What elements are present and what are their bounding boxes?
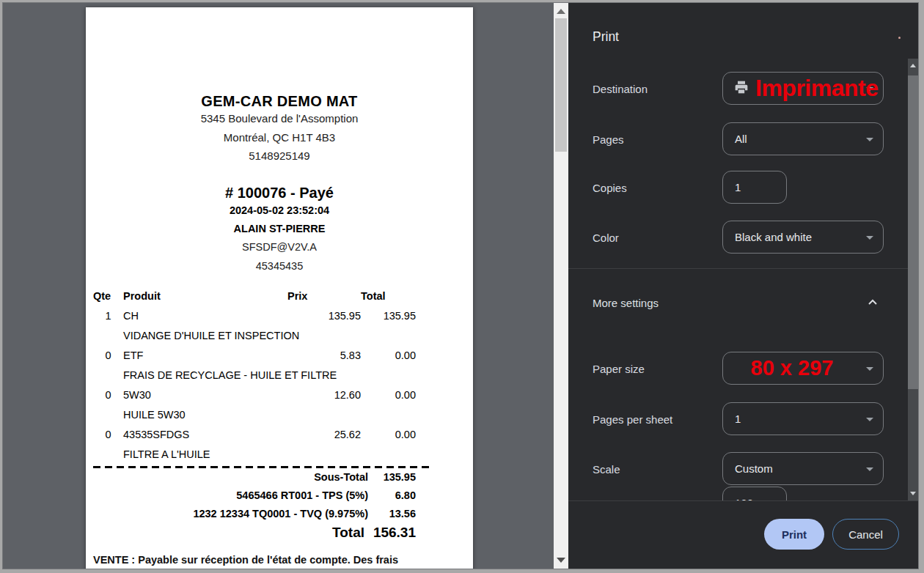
- col-header-price: Prix: [287, 286, 361, 306]
- store-name: GEM-CAR DEMO MAT: [86, 93, 473, 109]
- destination-field: Destination Imprimante: [568, 72, 918, 105]
- color-label: Color: [593, 231, 619, 243]
- settings-scrollbar[interactable]: [908, 59, 918, 500]
- destination-dropdown[interactable]: Imprimante: [722, 72, 884, 105]
- pages-value: All: [735, 133, 747, 145]
- scroll-up-icon[interactable]: [557, 9, 565, 14]
- paper-size-label: Paper size: [593, 362, 645, 374]
- settings-scroll-area: Destination Imprimante Pages: [568, 59, 918, 500]
- color-dropdown[interactable]: Black and white: [722, 221, 884, 254]
- scale-value: Custom: [735, 462, 773, 475]
- color-field: Color Black and white: [568, 221, 918, 254]
- customer-name: ALAIN ST-PIERRE: [86, 220, 473, 238]
- print-preview-pane: GEM-CAR DEMO MAT 5345 Boulevard de l'Ass…: [3, 3, 554, 569]
- invoice-title: # 100076 - Payé: [86, 184, 473, 202]
- destination-value: Imprimante: [755, 75, 878, 102]
- pages-per-sheet-value: 1: [735, 413, 741, 425]
- table-row-description: FILTRE A L'HUILE: [93, 445, 416, 465]
- chevron-up-icon: [867, 297, 879, 311]
- printer-icon: [733, 80, 749, 97]
- invoice-datetime: 2024-05-02 23:52:04: [86, 202, 473, 220]
- section-divider: [568, 268, 918, 269]
- col-header-product: Produit: [123, 286, 287, 306]
- scale-custom-input[interactable]: 100: [722, 487, 787, 500]
- pages-label: Pages: [593, 133, 624, 145]
- receipt-preview-page: GEM-CAR DEMO MAT 5345 Boulevard de l'Ass…: [86, 7, 473, 569]
- paper-size-dropdown[interactable]: 80 x 297: [722, 352, 884, 385]
- copies-label: Copies: [593, 181, 627, 193]
- print-button[interactable]: Print: [764, 519, 824, 550]
- col-header-total: Total: [361, 286, 416, 306]
- scroll-up-icon[interactable]: [910, 64, 916, 67]
- table-row: 1 CH 135.95 135.95: [93, 306, 416, 326]
- chevron-down-icon: [866, 138, 873, 145]
- dialog-title: Print: [593, 29, 619, 45]
- pages-dropdown[interactable]: All: [722, 122, 884, 155]
- store-address-line1: 5345 Boulevard de l'Assomption: [86, 109, 473, 128]
- chevron-down-icon: [866, 418, 873, 425]
- paper-size-field: Paper size 80 x 297: [568, 352, 918, 385]
- table-row: 0 ETF 5.83 0.00: [93, 346, 416, 366]
- preview-scrollbar[interactable]: [554, 3, 568, 569]
- pages-per-sheet-field: Pages per sheet 1: [568, 402, 918, 435]
- red-dot-marker: [898, 37, 901, 39]
- receipt-header: GEM-CAR DEMO MAT 5345 Boulevard de l'Ass…: [86, 93, 473, 276]
- tax-row-tvq: 1232 12334 TQ0001 - TVQ (9.975%) 13.56: [93, 505, 416, 523]
- print-dialog-window: GEM-CAR DEMO MAT 5345 Boulevard de l'Ass…: [3, 3, 918, 569]
- copies-input[interactable]: 1: [722, 171, 787, 204]
- table-row-description: FRAIS DE RECYCLAGE - HUILE ET FILTRE: [93, 366, 416, 385]
- settings-scrollbar-thumb[interactable]: [908, 75, 918, 389]
- store-address-line2: Montréal, QC H1T 4B3: [86, 128, 473, 147]
- subtotal-row: Sous-Total 135.95: [93, 468, 416, 487]
- table-row-description: VIDANGE D'HUILE ET INSPECTION: [93, 326, 416, 346]
- print-settings-panel: Print Destination Imprimante: [568, 3, 918, 569]
- receipt-body: Qte Produit Prix Total 1 CH 135.95 135.9…: [93, 286, 429, 567]
- chevron-down-icon: [866, 236, 873, 243]
- totals-section: Sous-Total 135.95 5465466 RT001 - TPS (5…: [93, 468, 416, 523]
- store-phone: 5148925149: [86, 147, 473, 166]
- cancel-button[interactable]: Cancel: [832, 519, 899, 550]
- paper-size-value: 80 x 297: [751, 356, 834, 380]
- customer-number: 45345435: [86, 257, 473, 276]
- scroll-down-icon[interactable]: [557, 558, 565, 563]
- table-row-description: HUILE 5W30: [93, 405, 416, 425]
- items-header-row: Qte Produit Prix Total: [93, 286, 416, 306]
- pages-per-sheet-label: Pages per sheet: [593, 413, 672, 425]
- scroll-down-icon[interactable]: [910, 492, 916, 495]
- preview-scrollbar-thumb[interactable]: [555, 18, 567, 152]
- destination-label: Destination: [593, 82, 648, 95]
- customer-email: SFSDF@V2V.A: [86, 238, 473, 256]
- more-settings-toggle[interactable]: More settings: [568, 288, 918, 317]
- dialog-footer: Print Cancel: [568, 500, 918, 569]
- items-table: Qte Produit Prix Total 1 CH 135.95 135.9…: [93, 286, 416, 465]
- receipt-footer-note: VENTE : Payable sur réception de l'état …: [93, 552, 429, 567]
- chevron-down-icon: [866, 467, 873, 475]
- copies-field: Copies 1: [568, 171, 918, 204]
- pages-field: Pages All: [568, 122, 918, 155]
- grand-total-row: Total 156.31: [93, 523, 416, 542]
- table-row: 0 5W30 12.60 0.00: [93, 385, 416, 405]
- scale-label: Scale: [593, 462, 620, 475]
- scale-field: Scale Custom: [568, 452, 918, 485]
- pages-per-sheet-dropdown[interactable]: 1: [722, 402, 884, 435]
- col-header-qty: Qte: [93, 286, 123, 306]
- tax-row-tps: 5465466 RT001 - TPS (5%) 6.80: [93, 487, 416, 505]
- scale-dropdown[interactable]: Custom: [722, 452, 884, 485]
- scale-custom-row: 100: [568, 487, 918, 500]
- color-value: Black and white: [735, 231, 812, 243]
- table-row: 0 43535SFDGS 25.62 0.00: [93, 425, 416, 445]
- more-settings-label: More settings: [593, 297, 659, 309]
- chevron-down-icon: [866, 367, 873, 374]
- copies-value: 1: [735, 181, 741, 193]
